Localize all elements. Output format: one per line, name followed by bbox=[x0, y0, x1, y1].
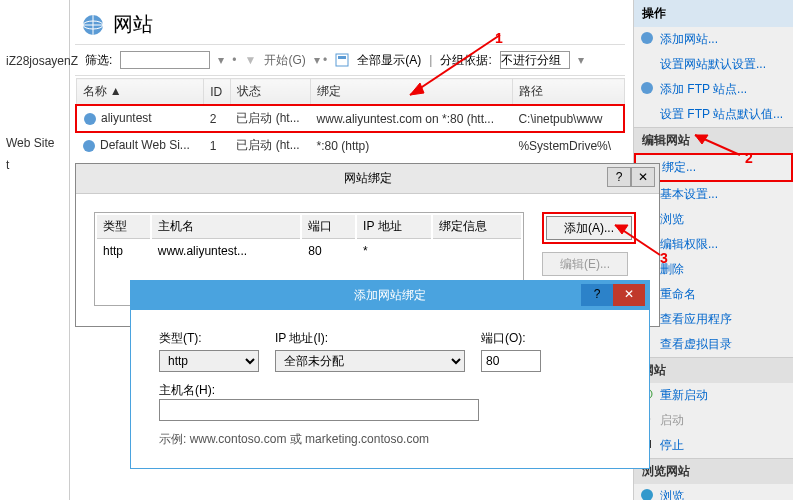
site-icon bbox=[83, 112, 97, 126]
annotation-2: 2 bbox=[745, 150, 753, 166]
dialog-title: 添加网站绑定 ? ✕ bbox=[131, 281, 649, 310]
col-host[interactable]: 主机名 bbox=[152, 215, 301, 239]
filter-bar: 筛选: ▾ • ▼ 开始(G) ▾ • 全部显示(A) | 分组依据: ▾ bbox=[75, 44, 625, 76]
dropdown-icon[interactable]: ▾ bbox=[218, 53, 224, 67]
view-vdir[interactable]: 查看虚拟目录 bbox=[634, 332, 793, 357]
help-button[interactable]: ? bbox=[581, 284, 613, 306]
col-info[interactable]: 绑定信息 bbox=[433, 215, 521, 239]
type-label: 类型(T): bbox=[159, 330, 259, 347]
annotation-3: 3 bbox=[660, 250, 668, 266]
ie-icon bbox=[640, 488, 654, 500]
start: 启动 bbox=[634, 408, 793, 433]
filter-funnel-icon: ▼ bbox=[245, 53, 257, 67]
main-panel: 网站 筛选: ▾ • ▼ 开始(G) ▾ • 全部显示(A) | 分组依据: ▾… bbox=[75, 5, 625, 158]
sites-table: 名称 ▲ ID 状态 绑定 路径 aliyuntest 2 已启动 (ht...… bbox=[75, 78, 625, 158]
actions-title: 操作 bbox=[634, 0, 793, 27]
site-head: 网站 bbox=[634, 357, 793, 383]
set-ftp-defaults[interactable]: 设置 FTP 站点默认值... bbox=[634, 102, 793, 127]
restart[interactable]: 重新启动 bbox=[634, 383, 793, 408]
svg-point-6 bbox=[641, 32, 653, 44]
ip-select[interactable]: 全部未分配 bbox=[275, 350, 465, 372]
help-button[interactable]: ? bbox=[607, 167, 631, 187]
port-label: 端口(O): bbox=[481, 330, 541, 347]
col-type[interactable]: 类型 bbox=[97, 215, 150, 239]
svg-line-13 bbox=[410, 35, 500, 95]
col-port[interactable]: 端口 bbox=[302, 215, 355, 239]
dropdown-icon[interactable]: ▾ bbox=[578, 53, 584, 67]
tree-web-site[interactable]: Web Site bbox=[0, 132, 69, 154]
tree-host[interactable]: iZ28josayenZ bbox=[0, 50, 69, 72]
col-name[interactable]: 名称 ▲ bbox=[76, 79, 204, 106]
stop[interactable]: 停止 bbox=[634, 433, 793, 458]
col-path[interactable]: 路径 bbox=[512, 79, 624, 106]
page-title: 网站 bbox=[113, 11, 153, 38]
add-ftp-site[interactable]: 添加 FTP 站点... bbox=[634, 77, 793, 102]
svg-point-12 bbox=[641, 489, 653, 500]
browse-url[interactable]: 浏览 www.aliyuntest.com bbox=[634, 484, 793, 500]
port-input[interactable] bbox=[481, 350, 541, 372]
set-site-defaults[interactable]: 设置网站默认设置... bbox=[634, 52, 793, 77]
annotation-arrow bbox=[400, 25, 510, 105]
table-row[interactable]: Default Web Si... 1 已启动 (ht... *:80 (htt… bbox=[76, 132, 624, 158]
close-button[interactable]: ✕ bbox=[613, 284, 645, 306]
svg-rect-2 bbox=[336, 54, 348, 66]
tree-t[interactable]: t bbox=[0, 154, 69, 176]
close-button[interactable]: ✕ bbox=[631, 167, 655, 187]
svg-point-5 bbox=[83, 140, 95, 152]
col-id[interactable]: ID bbox=[204, 79, 231, 106]
filter-label: 筛选: bbox=[85, 52, 112, 69]
dialog-title: 网站绑定 ? ✕ bbox=[76, 164, 659, 194]
host-input[interactable] bbox=[159, 399, 479, 421]
globe-icon bbox=[640, 31, 654, 45]
annotation-arrow bbox=[690, 130, 750, 160]
site-icon bbox=[82, 139, 96, 153]
annotation-1: 1 bbox=[495, 30, 503, 46]
svg-point-4 bbox=[84, 113, 96, 125]
browse-site-head: 浏览网站 bbox=[634, 458, 793, 484]
type-select[interactable]: http bbox=[159, 350, 259, 372]
table-row[interactable]: http www.aliyuntest... 80 * bbox=[97, 241, 521, 261]
svg-point-7 bbox=[641, 82, 653, 94]
col-status[interactable]: 状态 bbox=[230, 79, 310, 106]
host-label: 主机名(H): bbox=[159, 383, 215, 397]
globe-icon bbox=[640, 81, 654, 95]
host-example: 示例: www.contoso.com 或 marketing.contoso.… bbox=[159, 431, 621, 448]
svg-rect-3 bbox=[338, 56, 346, 59]
table-row[interactable]: aliyuntest 2 已启动 (ht... www.aliyuntest.c… bbox=[76, 105, 624, 132]
left-tree: iZ28josayenZ Web Site t bbox=[0, 0, 70, 500]
filter-input[interactable] bbox=[120, 51, 210, 69]
svg-marker-14 bbox=[410, 83, 424, 95]
add-site[interactable]: 添加网站... bbox=[634, 27, 793, 52]
start-button[interactable]: 开始(G) bbox=[264, 52, 305, 69]
col-ip[interactable]: IP 地址 bbox=[357, 215, 431, 239]
add-binding-dialog: 添加网站绑定 ? ✕ 类型(T): http IP 地址(I): 全部未分配 端… bbox=[130, 280, 650, 469]
ip-label: IP 地址(I): bbox=[275, 330, 465, 347]
group-by-select[interactable] bbox=[500, 51, 570, 69]
globe-icon bbox=[81, 13, 105, 37]
show-all-icon bbox=[335, 53, 349, 67]
